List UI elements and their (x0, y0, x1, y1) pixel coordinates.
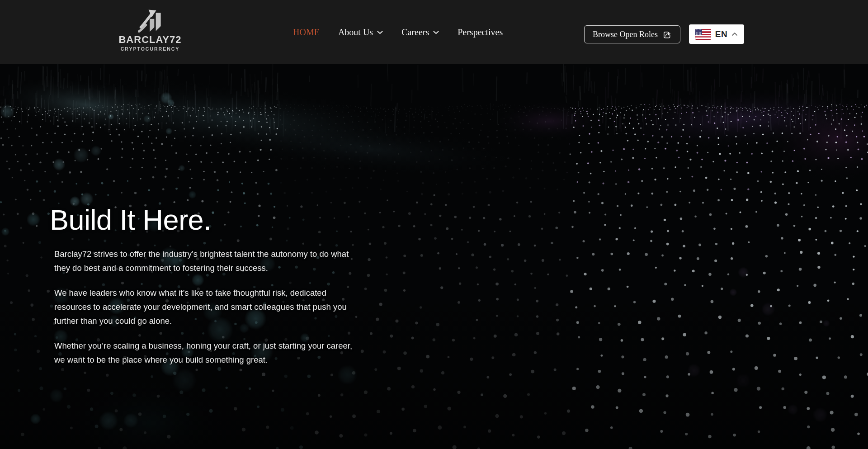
browse-open-roles-button[interactable]: Browse Open Roles (584, 25, 680, 43)
language-code: EN (715, 29, 727, 39)
nav-item-label: HOME (293, 27, 320, 38)
site-header: BARCLAY72 CRYPTOCURRENCY HOME About Us C… (0, 0, 868, 64)
brand-tagline: CRYPTOCURRENCY (121, 46, 180, 52)
language-selector[interactable]: EN (689, 24, 744, 44)
chevron-up-icon (731, 32, 738, 36)
nav-item-label: Perspectives (458, 27, 503, 38)
nav-item-careers[interactable]: Careers (401, 27, 439, 38)
nav-item-about-us[interactable]: About Us (338, 27, 383, 38)
nav-item-home[interactable]: HOME (293, 27, 320, 38)
hero-paragraph: We have leaders who know what it’s like … (54, 286, 356, 328)
logo-growth-chart-icon (138, 8, 162, 33)
nav-item-perspectives[interactable]: Perspectives (458, 27, 503, 38)
us-flag-icon (695, 29, 711, 40)
logo[interactable]: BARCLAY72 CRYPTOCURRENCY (117, 8, 184, 52)
chevron-down-icon (377, 31, 383, 34)
main-nav: HOME About Us Careers Perspectives (293, 0, 503, 64)
nav-item-label: About Us (338, 27, 373, 38)
hero-paragraphs: Barclay72 strives to offer the industry’… (54, 247, 356, 378)
hero-title: Build It Here. (50, 203, 211, 236)
nav-item-label: Careers (401, 27, 429, 38)
chevron-down-icon (433, 31, 439, 34)
brand-name: BARCLAY72 (118, 34, 181, 46)
hero-section: Build It Here. Barclay72 strives to offe… (0, 64, 868, 449)
browse-open-roles-label: Browse Open Roles (593, 30, 658, 39)
external-link-share-icon (662, 30, 672, 39)
hero-paragraph: Whether you’re scaling a business, honin… (54, 339, 356, 367)
hero-paragraph: Barclay72 strives to offer the industry’… (54, 247, 356, 275)
